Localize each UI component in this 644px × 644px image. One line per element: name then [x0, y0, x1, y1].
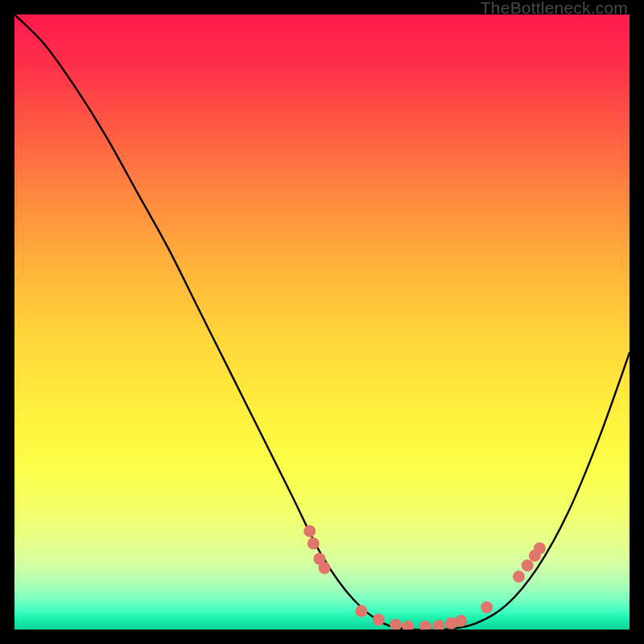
marker-dot [522, 559, 534, 572]
marker-dot [513, 571, 525, 583]
marker-dot [308, 538, 320, 550]
marker-dot [373, 613, 385, 625]
chart-svg [14, 14, 630, 630]
marker-dot [319, 562, 331, 574]
marker-dot [455, 615, 467, 627]
plot-area [14, 14, 630, 630]
curve-line [14, 14, 630, 630]
marker-dot [481, 601, 493, 613]
marker-dot [402, 621, 414, 630]
curve-markers [303, 525, 546, 630]
watermark-text: TheBottleneck.com [481, 0, 628, 18]
marker-dot [390, 618, 402, 630]
chart-frame: TheBottleneck.com [0, 0, 644, 644]
marker-dot [355, 605, 367, 617]
marker-dot [303, 525, 316, 537]
marker-dot [419, 621, 431, 630]
marker-dot [433, 620, 445, 630]
marker-dot [534, 543, 546, 555]
